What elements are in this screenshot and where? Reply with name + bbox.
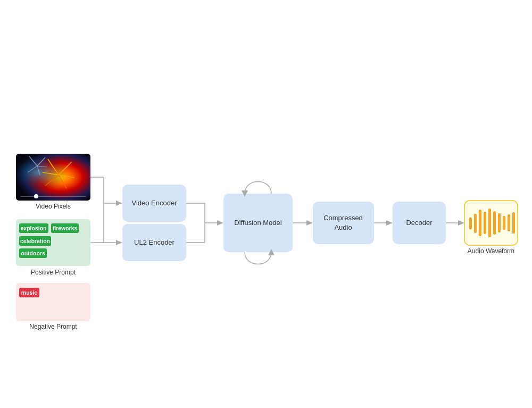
- svg-text:explosion: explosion: [20, 225, 46, 231]
- decoder-label: Decoder: [406, 219, 433, 227]
- positive-prompt: explosion fireworks celebration outdoors: [16, 219, 90, 266]
- video-input: [16, 154, 90, 201]
- svg-rect-61: [498, 213, 501, 232]
- audio-waveform-label: Audio Waveform: [468, 247, 514, 255]
- svg-marker-46: [306, 220, 313, 226]
- svg-rect-2: [16, 154, 90, 201]
- svg-rect-59: [488, 209, 491, 237]
- video-label: Video Pixels: [36, 203, 71, 210]
- svg-rect-63: [508, 214, 510, 231]
- svg-rect-47: [313, 202, 374, 244]
- svg-point-17: [34, 194, 38, 198]
- negative-prompt-label: Negative Prompt: [29, 323, 77, 330]
- svg-marker-50: [386, 220, 393, 226]
- compressed-audio-box: Compressed Audio: [313, 202, 374, 244]
- svg-text:outdoors: outdoors: [21, 250, 45, 256]
- pipeline-diagram: Video Pixels explosion fireworks celebra…: [11, 71, 521, 337]
- svg-marker-43: [217, 220, 223, 226]
- svg-text:music: music: [21, 289, 38, 296]
- svg-rect-55: [469, 218, 472, 229]
- svg-rect-58: [484, 212, 486, 234]
- svg-marker-36: [116, 240, 122, 245]
- svg-rect-57: [479, 210, 481, 236]
- positive-prompt-label: Positive Prompt: [31, 269, 76, 276]
- svg-text:celebration: celebration: [20, 238, 50, 244]
- decoder-box: Decoder: [393, 202, 446, 244]
- negative-prompt: music: [16, 283, 90, 321]
- svg-text:Compressed: Compressed: [323, 214, 363, 222]
- video-encoder-box: Video Encoder: [122, 185, 186, 222]
- svg-rect-62: [503, 216, 505, 230]
- svg-rect-60: [493, 211, 496, 235]
- svg-rect-64: [512, 212, 515, 234]
- svg-text:fireworks: fireworks: [53, 225, 78, 231]
- compressed-audio-label: Audio: [334, 223, 352, 231]
- audio-waveform-box: [464, 201, 518, 245]
- ul2-encoder-box: UL2 Encoder: [122, 224, 186, 261]
- svg-marker-34: [116, 201, 122, 206]
- svg-rect-56: [474, 214, 477, 233]
- svg-marker-53: [458, 220, 464, 226]
- ul2-encoder-label: UL2 Encoder: [134, 238, 175, 246]
- video-encoder-label: Video Encoder: [131, 199, 177, 207]
- pipeline-svg: Video Pixels explosion fireworks celebra…: [11, 71, 521, 337]
- diffusion-model-box: Diffusion Model: [223, 194, 293, 252]
- diffusion-model-label: Diffusion Model: [234, 219, 281, 227]
- svg-rect-16: [20, 196, 86, 197]
